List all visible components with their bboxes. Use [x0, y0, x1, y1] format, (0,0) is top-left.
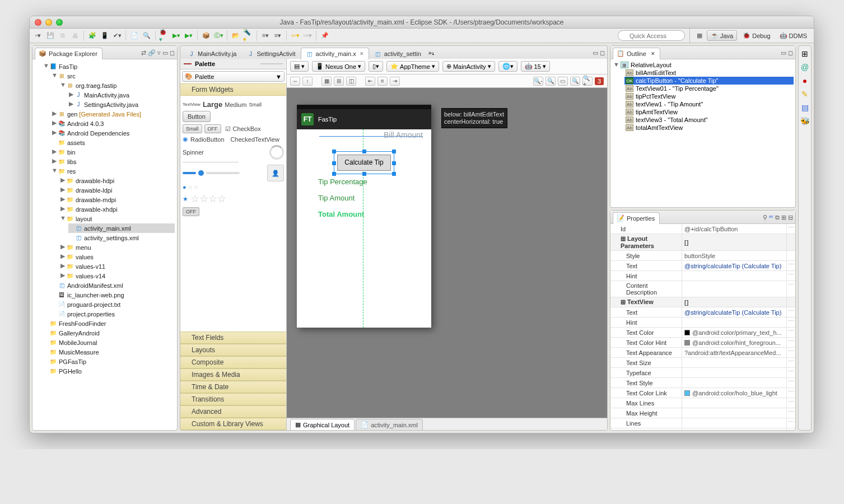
tree-proj-5[interactable]: PGHello — [59, 367, 82, 376]
props-collapse-icon[interactable]: ⊟ — [788, 214, 793, 221]
tree-res[interactable]: res — [67, 167, 76, 176]
tree-libs[interactable]: libs — [67, 157, 77, 166]
nav-list-icon[interactable]: ≡▾ — [260, 31, 271, 41]
outline-item[interactable]: AbTextView01 - "Tip Percentage" — [624, 85, 794, 92]
widget-checkbox[interactable]: CheckBox — [233, 125, 261, 132]
tip-amount-label[interactable]: Tip Amount — [318, 194, 355, 202]
link-icon[interactable]: 🔗 — [148, 49, 156, 57]
tree-values14[interactable]: values-v14 — [76, 272, 105, 281]
property-row[interactable]: Text Color Link@android:color/holo_blue_… — [610, 388, 795, 398]
outline-item[interactable]: AbbillAmtEditText — [624, 69, 794, 77]
footer-tab-xml[interactable]: 📄activity_main.xml — [356, 419, 423, 430]
menu-icon[interactable]: ▿ — [157, 49, 161, 57]
maximize-icon[interactable]: ◻ — [170, 49, 175, 57]
tree-gen[interactable]: gen — [67, 110, 77, 119]
property-row[interactable]: Text Size⋯ — [610, 358, 795, 368]
tree-proj-1[interactable]: GalleryAndroid — [59, 329, 100, 338]
tree-java2[interactable]: SettingsActivity.java — [84, 100, 138, 109]
align-left-icon[interactable]: ⇤ — [365, 77, 375, 86]
print-icon[interactable]: 🖶 — [70, 31, 80, 41]
outline-tree[interactable]: ▼▦RelativeLayout AbbillAmtEditTextOKcalc… — [610, 59, 795, 133]
properties-tab[interactable]: 📝Properties — [613, 212, 660, 224]
outline-item[interactable]: AbtipPctTextView — [624, 92, 794, 100]
props-expand-icon[interactable]: ⊞ — [781, 214, 786, 221]
tree-manifest[interactable]: AndroidManifest.xml — [67, 281, 123, 290]
trim-item-3[interactable]: ● — [803, 76, 807, 85]
property-row[interactable]: ⊞ TextView[] — [610, 297, 795, 307]
close-icon[interactable]: ✕ — [360, 51, 364, 57]
tree-draw-xhdpi[interactable]: drawable-xhdpi — [76, 205, 118, 214]
palette-group-6[interactable]: Transitions — [180, 393, 286, 405]
footer-tab-graphical[interactable]: ▦Graphical Layout — [290, 419, 355, 430]
new-icon[interactable]: ▫▾ — [33, 31, 43, 41]
toggle-outline-icon[interactable]: ◫ — [346, 77, 356, 86]
open-perspective-icon[interactable]: ▦ — [694, 31, 705, 41]
tree-pkg[interactable]: org.traeg.fastip — [76, 81, 116, 90]
palette-group-5[interactable]: Time & Date — [180, 381, 286, 393]
palette-group-1[interactable]: Text Fields — [180, 332, 286, 344]
quick-access-input[interactable] — [618, 30, 685, 41]
zoom-reset-icon[interactable]: 🔍 — [545, 77, 556, 86]
tree-values11[interactable]: values-v11 — [76, 262, 105, 271]
avd-icon[interactable]: 📱 — [100, 31, 110, 41]
tree-values[interactable]: values — [76, 253, 94, 262]
editor-min-icon[interactable]: ▭ — [593, 49, 598, 57]
collapse-icon[interactable]: ⇄ — [141, 49, 146, 57]
trim-item-2[interactable]: @ — [801, 63, 809, 72]
palette-selector[interactable]: 🎨Palette▼ — [182, 71, 285, 82]
tree-proj-0[interactable]: FreshFoodFinder — [59, 319, 106, 328]
new-project-icon[interactable]: 📄 — [129, 31, 139, 41]
titlebar[interactable]: Java - FasTip/res/layout/activity_main.x… — [30, 16, 814, 29]
property-row[interactable]: Text@string/calculateTip (Calculate Tip)… — [610, 261, 795, 271]
tree-bin[interactable]: bin — [67, 148, 76, 157]
tree-menu[interactable]: menu — [76, 243, 91, 252]
align-center-icon[interactable]: ≡ — [377, 77, 388, 86]
property-row[interactable]: Height⋯ — [610, 428, 795, 430]
widget-toggle[interactable]: OFF — [204, 124, 221, 133]
tree-draw-mdpi[interactable]: drawable-mdpi — [76, 195, 116, 204]
outline-min-icon[interactable]: ▭ — [781, 49, 786, 57]
expand-h-icon[interactable]: ↔ — [290, 77, 300, 86]
outline-item[interactable]: AbtotalAmtTextView — [624, 124, 794, 132]
tree-proj-3[interactable]: MusicMeasure — [59, 348, 99, 357]
palette-group-4[interactable]: Images & Media — [180, 368, 286, 381]
minimize-icon[interactable]: ▭ — [162, 49, 168, 57]
property-row[interactable]: ⊞ Layout Parameters[] — [610, 234, 795, 251]
tree-proj-4[interactable]: PGFasTip — [59, 357, 86, 366]
outline-item[interactable]: OKcalcTipButton - "Calculate Tip" — [624, 77, 794, 85]
props-sort-icon[interactable]: ⚲ — [763, 214, 767, 221]
tree-layout[interactable]: layout — [76, 214, 92, 223]
perspective-java[interactable]: ☕Java — [707, 30, 737, 41]
outline-item[interactable]: AbtextView1 - "Tip Amount" — [624, 100, 794, 108]
tree-java1[interactable]: MainActivity.java — [84, 91, 129, 100]
more-tabs[interactable]: »₁ — [428, 49, 434, 57]
error-badge[interactable]: 3 — [595, 77, 604, 85]
lint-icon[interactable]: ✔▾ — [112, 31, 122, 41]
property-row[interactable]: Typeface⋯ — [610, 368, 795, 378]
perspective-ddms[interactable]: 🤖DDMS — [776, 31, 810, 40]
editor-max-icon[interactable]: ◻ — [600, 49, 605, 57]
orientation-dropdown[interactable]: ▯▾ — [369, 61, 383, 72]
tab-activity-main[interactable]: ◫activity_main.x✕ — [301, 48, 369, 59]
widget-switch[interactable]: OFF — [183, 207, 199, 216]
total-amount-label[interactable]: Total Amount — [318, 210, 364, 218]
device-dropdown[interactable]: 📱Nexus One ▾ — [312, 61, 365, 72]
back-icon[interactable]: ⇦▾ — [290, 31, 300, 41]
trim-item-4[interactable]: ✎ — [801, 90, 808, 99]
expand-v-icon[interactable]: ↕ — [302, 77, 313, 86]
tree-draw-ldpi[interactable]: drawable-ldpi — [76, 186, 112, 195]
property-row[interactable]: Id@+id/calcTipButton⋯ — [610, 224, 795, 234]
selection-box[interactable] — [334, 151, 394, 174]
property-row[interactable]: Hint⋯ — [610, 271, 795, 281]
outline-max-icon[interactable]: ◻ — [788, 49, 793, 57]
widget-small-button[interactable]: Small — [183, 124, 202, 133]
widget-button[interactable]: Button — [183, 111, 211, 122]
design-canvas[interactable]: FTFasTip Bill Amount Calculate Tip — [287, 88, 607, 418]
debug-icon[interactable]: 🐞▾ — [159, 31, 169, 41]
tree-launcher[interactable]: ic_launcher-web.png — [67, 291, 124, 300]
api-dropdown[interactable]: 🤖15 ▾ — [521, 61, 550, 72]
tab-settingsactivit[interactable]: JSettingsActivit — [241, 48, 300, 59]
pin-icon[interactable]: 📌 — [320, 31, 330, 41]
outline-item[interactable]: AbtextView3 - "Total Amount" — [624, 116, 794, 124]
tree-layout-main[interactable]: activity_main.xml — [84, 224, 131, 233]
